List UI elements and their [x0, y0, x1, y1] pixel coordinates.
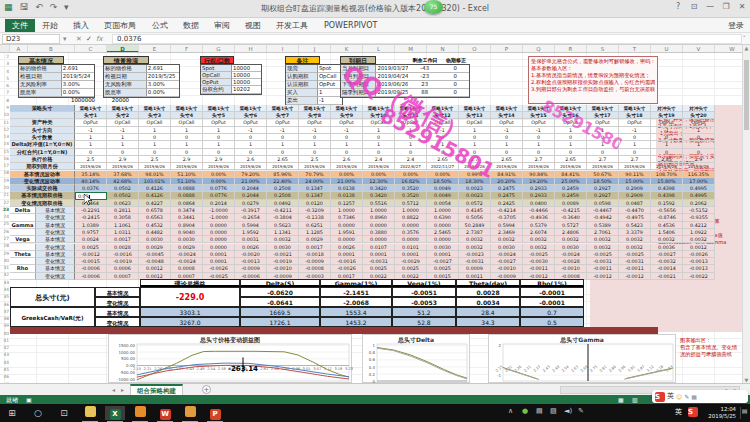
data-cell[interactable]: -1: [107, 127, 139, 134]
greek-cell[interactable]: -1.0000: [203, 207, 235, 214]
strategy-group-cell[interactable]: 策略1头寸: [139, 105, 171, 112]
lot-value[interactable]: 20000: [103, 97, 129, 103]
taskbar-app-ppt[interactable]: P: [205, 406, 225, 420]
remark-box-value[interactable]: OpCall: [318, 73, 342, 81]
row-header-17[interactable]: 17: [0, 163, 10, 168]
greek-cell[interactable]: -0.0027: [491, 258, 523, 265]
data-cell[interactable]: 1: [395, 127, 427, 134]
strategy-group-cell[interactable]: 策略1头寸: [267, 105, 299, 112]
greek-cell[interactable]: 0.0026: [235, 244, 267, 251]
minimize-button[interactable]: —: [702, 2, 718, 11]
data-cell[interactable]: 2019/6/26: [171, 163, 203, 170]
data-cell[interactable]: 24.00%: [299, 178, 331, 185]
data-cell[interactable]: 1: [267, 141, 299, 148]
data-cell[interactable]: 51.10%: [171, 178, 203, 185]
data-cell[interactable]: 108.70%: [651, 171, 683, 178]
data-cell[interactable]: 1: [459, 127, 491, 134]
data-cell[interactable]: 0.0138: [331, 192, 363, 199]
data-cell[interactable]: 0.4398: [651, 192, 683, 199]
greek-cell[interactable]: 0.9757: [75, 229, 107, 236]
data-cell[interactable]: 0: [619, 149, 651, 156]
greek-cell[interactable]: 1.5406: [651, 229, 683, 236]
data-cell[interactable]: 1: [235, 141, 267, 148]
greek-cell[interactable]: -0.0019: [267, 258, 299, 265]
strategy-group-cell[interactable]: 策略1头寸: [235, 105, 267, 112]
tab-审阅[interactable]: 审阅: [214, 19, 230, 32]
greek-cell[interactable]: 0.0025: [363, 265, 395, 272]
greek-cell[interactable]: 0.0032: [459, 244, 491, 251]
row-header-16[interactable]: 16: [0, 156, 10, 161]
data-cell[interactable]: 0: [683, 134, 715, 141]
greek-cell[interactable]: -0.2654: [235, 214, 267, 221]
row-header-34[interactable]: 34: [0, 287, 10, 292]
greek-cell[interactable]: -1.0000: [203, 214, 235, 221]
row-header-27[interactable]: 27: [0, 236, 10, 241]
strategy-group-cell[interactable]: 策略1头寸: [427, 105, 459, 112]
greek-cell[interactable]: 0.0032: [491, 236, 523, 243]
data-cell[interactable]: 0.5712: [395, 200, 427, 207]
expiry-adjust[interactable]: 0: [441, 81, 469, 89]
data-cell[interactable]: 0.4398: [651, 185, 683, 192]
greek-cell[interactable]: -0.4942: [587, 214, 619, 221]
greek-cell[interactable]: -0.0019: [107, 258, 139, 265]
restore-button[interactable]: ❐: [718, 2, 734, 11]
strategy-group-cell[interactable]: 策略1头寸: [619, 105, 651, 112]
data-cell[interactable]: 0.2425: [491, 200, 523, 207]
data-cell[interactable]: 0.00%: [203, 178, 235, 185]
tab-插入[interactable]: 插入: [73, 19, 89, 32]
greek-cell[interactable]: -0.0025: [587, 251, 619, 258]
data-cell[interactable]: 19.20%: [523, 178, 555, 185]
data-cell[interactable]: 0.0138: [331, 185, 363, 192]
greek-cell[interactable]: -0.2415: [75, 214, 107, 221]
scenario-box-value[interactable]: 3.00%: [147, 81, 179, 89]
tray-icon-4[interactable]: ◄): [564, 407, 572, 415]
data-cell[interactable]: 0.1257: [331, 200, 363, 207]
data-cell[interactable]: 0: [651, 134, 683, 141]
row-header-45[interactable]: 45: [0, 367, 10, 372]
greek-cell[interactable]: -0.0011: [619, 265, 651, 272]
sogou-input-bar[interactable]: S 英 ☺ ✎ ▦: [652, 390, 748, 403]
data-cell[interactable]: 2.9: [203, 156, 235, 163]
greek-cell[interactable]: 0.0008: [171, 265, 203, 272]
greek-cell[interactable]: -0.4466: [523, 207, 555, 214]
greek-cell[interactable]: 50.2849: [459, 222, 491, 229]
taskbar-app-fox[interactable]: [130, 406, 150, 420]
greek-cell[interactable]: -0.5656: [651, 207, 683, 214]
data-cell[interactable]: 0: [299, 149, 331, 156]
data-cell[interactable]: 0.2014: [203, 200, 235, 207]
greek-cell[interactable]: 0.0012: [139, 265, 171, 272]
data-cell[interactable]: 2019/6/26: [203, 163, 235, 170]
normal-view-icon[interactable]: ▦: [618, 395, 624, 404]
data-cell[interactable]: 2.7: [523, 156, 555, 163]
greek-cell[interactable]: 0.0026: [331, 244, 363, 251]
data-cell[interactable]: 0.2062: [683, 200, 715, 207]
greek-cell[interactable]: -0.0010: [491, 265, 523, 272]
data-cell[interactable]: 0: [427, 149, 459, 156]
greek-cell[interactable]: 0.0030: [171, 236, 203, 243]
data-cell[interactable]: 12.30%: [363, 178, 395, 185]
greek-cell[interactable]: 0.6563: [139, 214, 171, 221]
data-cell[interactable]: 0.0400: [523, 200, 555, 207]
greek-cell[interactable]: 0.0025: [427, 265, 459, 272]
data-cell[interactable]: 1: [331, 141, 363, 148]
expiry-adjust[interactable]: 0: [441, 89, 469, 97]
greek-cell[interactable]: -0.0048: [139, 258, 171, 265]
position-header[interactable]: 头寸12: [427, 112, 459, 119]
tray-icon-2[interactable]: ▤: [536, 407, 543, 415]
column-header-W[interactable]: W: [715, 45, 742, 53]
data-cell[interactable]: 0: [235, 149, 267, 156]
greek-cell[interactable]: 0.0001: [427, 251, 459, 258]
greek-cell[interactable]: -0.0009: [235, 265, 267, 272]
greek-cell[interactable]: 0.4536: [651, 222, 683, 229]
greek-cell[interactable]: 0.0012: [683, 244, 715, 251]
greek-cell[interactable]: 1.0000: [363, 207, 395, 214]
data-cell[interactable]: OpPut: [491, 119, 523, 126]
position-header[interactable]: 头寸10: [363, 112, 395, 119]
strategy-group-cell[interactable]: 策略1头寸: [75, 105, 107, 112]
greek-cell[interactable]: 0.0028: [107, 244, 139, 251]
data-cell[interactable]: 0.1592: [651, 200, 683, 207]
greek-cell[interactable]: -0.0012: [75, 251, 107, 258]
data-cell[interactable]: 0.0864: [171, 200, 203, 207]
data-cell[interactable]: 0.99%: [459, 171, 491, 178]
data-cell[interactable]: 0: [523, 134, 555, 141]
